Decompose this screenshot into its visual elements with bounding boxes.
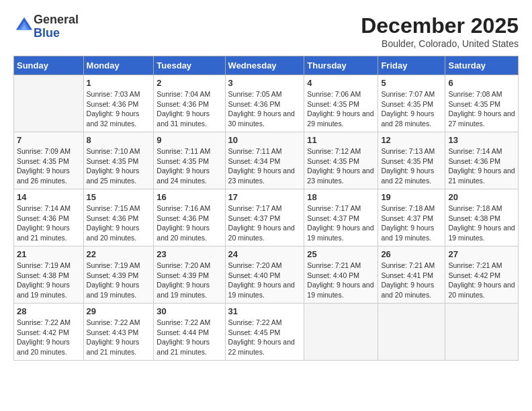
day-info: Sunrise: 7:16 AMSunset: 4:36 PMDaylight:… xyxy=(157,203,222,243)
title-area: December 2025 Boulder, Colorado, United … xyxy=(361,13,519,49)
calendar-day-cell: 7Sunrise: 7:09 AMSunset: 4:35 PMDaylight… xyxy=(14,132,84,189)
calendar-day-cell: 14Sunrise: 7:14 AMSunset: 4:36 PMDayligh… xyxy=(14,189,84,246)
day-number: 30 xyxy=(157,306,222,316)
month-title: December 2025 xyxy=(361,13,519,38)
day-info: Sunrise: 7:14 AMSunset: 4:36 PMDaylight:… xyxy=(448,146,515,186)
location-title: Boulder, Colorado, United States xyxy=(361,38,519,49)
calendar-week-row: 28Sunrise: 7:22 AMSunset: 4:42 PMDayligh… xyxy=(14,304,519,361)
day-info: Sunrise: 7:19 AMSunset: 4:39 PMDaylight:… xyxy=(87,261,151,300)
day-number: 5 xyxy=(381,78,442,88)
day-number: 31 xyxy=(228,306,302,316)
day-number: 13 xyxy=(448,135,515,145)
day-number: 21 xyxy=(17,249,81,259)
day-number: 22 xyxy=(87,249,151,259)
calendar-day-cell: 15Sunrise: 7:15 AMSunset: 4:36 PMDayligh… xyxy=(83,189,154,246)
weekday-header-row: SundayMondayTuesdayWednesdayThursdayFrid… xyxy=(14,56,519,75)
calendar-day-cell: 9Sunrise: 7:11 AMSunset: 4:35 PMDaylight… xyxy=(154,132,225,189)
calendar-day-cell: 29Sunrise: 7:22 AMSunset: 4:43 PMDayligh… xyxy=(83,304,154,361)
day-number: 10 xyxy=(228,135,302,145)
weekday-header-cell: Wednesday xyxy=(225,56,304,75)
calendar-day-cell xyxy=(378,304,445,361)
weekday-header-cell: Tuesday xyxy=(154,56,225,75)
day-info: Sunrise: 7:05 AMSunset: 4:36 PMDaylight:… xyxy=(228,89,302,129)
calendar-day-cell: 23Sunrise: 7:20 AMSunset: 4:39 PMDayligh… xyxy=(154,246,225,304)
calendar-day-cell: 8Sunrise: 7:10 AMSunset: 4:35 PMDaylight… xyxy=(83,132,154,189)
calendar-day-cell xyxy=(304,304,378,361)
day-info: Sunrise: 7:22 AMSunset: 4:42 PMDaylight:… xyxy=(17,318,81,357)
calendar-day-cell: 30Sunrise: 7:22 AMSunset: 4:44 PMDayligh… xyxy=(154,304,225,361)
day-info: Sunrise: 7:04 AMSunset: 4:36 PMDaylight:… xyxy=(157,89,222,129)
day-info: Sunrise: 7:13 AMSunset: 4:35 PMDaylight:… xyxy=(381,146,442,186)
calendar-day-cell: 26Sunrise: 7:21 AMSunset: 4:41 PMDayligh… xyxy=(378,246,445,304)
day-number: 15 xyxy=(87,192,151,202)
calendar-day-cell: 11Sunrise: 7:12 AMSunset: 4:35 PMDayligh… xyxy=(304,132,378,189)
day-info: Sunrise: 7:07 AMSunset: 4:35 PMDaylight:… xyxy=(381,89,442,129)
weekday-header-cell: Sunday xyxy=(14,56,84,75)
header: General Blue December 2025 Boulder, Colo… xyxy=(13,13,519,49)
calendar-day-cell: 10Sunrise: 7:11 AMSunset: 4:34 PMDayligh… xyxy=(225,132,304,189)
calendar-body: 1Sunrise: 7:03 AMSunset: 4:36 PMDaylight… xyxy=(14,75,519,361)
day-number: 11 xyxy=(307,135,375,145)
day-number: 18 xyxy=(307,192,375,202)
day-info: Sunrise: 7:18 AMSunset: 4:37 PMDaylight:… xyxy=(381,203,442,243)
day-info: Sunrise: 7:21 AMSunset: 4:40 PMDaylight:… xyxy=(307,261,375,300)
day-info: Sunrise: 7:03 AMSunset: 4:36 PMDaylight:… xyxy=(87,89,151,129)
day-number: 19 xyxy=(381,192,442,202)
day-info: Sunrise: 7:18 AMSunset: 4:38 PMDaylight:… xyxy=(448,203,515,243)
calendar-table: SundayMondayTuesdayWednesdayThursdayFrid… xyxy=(13,56,519,361)
day-number: 28 xyxy=(17,306,81,316)
day-info: Sunrise: 7:22 AMSunset: 4:43 PMDaylight:… xyxy=(87,318,151,357)
calendar-day-cell: 13Sunrise: 7:14 AMSunset: 4:36 PMDayligh… xyxy=(445,132,519,189)
calendar-day-cell: 22Sunrise: 7:19 AMSunset: 4:39 PMDayligh… xyxy=(83,246,154,304)
day-info: Sunrise: 7:14 AMSunset: 4:36 PMDaylight:… xyxy=(17,203,81,243)
logo: General Blue xyxy=(13,13,79,40)
calendar-day-cell: 5Sunrise: 7:07 AMSunset: 4:35 PMDaylight… xyxy=(378,75,445,132)
calendar-day-cell: 24Sunrise: 7:20 AMSunset: 4:40 PMDayligh… xyxy=(225,246,304,304)
calendar-day-cell: 12Sunrise: 7:13 AMSunset: 4:35 PMDayligh… xyxy=(378,132,445,189)
calendar-day-cell: 20Sunrise: 7:18 AMSunset: 4:38 PMDayligh… xyxy=(445,189,519,246)
calendar-day-cell: 4Sunrise: 7:06 AMSunset: 4:35 PMDaylight… xyxy=(304,75,378,132)
calendar-week-row: 7Sunrise: 7:09 AMSunset: 4:35 PMDaylight… xyxy=(14,132,519,189)
day-number: 25 xyxy=(307,249,375,259)
day-number: 26 xyxy=(381,249,442,259)
calendar-day-cell: 21Sunrise: 7:19 AMSunset: 4:38 PMDayligh… xyxy=(14,246,84,304)
weekday-header-cell: Monday xyxy=(83,56,154,75)
logo-icon xyxy=(15,16,34,35)
calendar-day-cell: 19Sunrise: 7:18 AMSunset: 4:37 PMDayligh… xyxy=(378,189,445,246)
calendar-day-cell: 27Sunrise: 7:21 AMSunset: 4:42 PMDayligh… xyxy=(445,246,519,304)
day-info: Sunrise: 7:11 AMSunset: 4:35 PMDaylight:… xyxy=(157,146,222,186)
day-info: Sunrise: 7:21 AMSunset: 4:42 PMDaylight:… xyxy=(448,261,515,300)
day-number: 23 xyxy=(157,249,222,259)
day-info: Sunrise: 7:09 AMSunset: 4:35 PMDaylight:… xyxy=(17,146,81,186)
day-info: Sunrise: 7:17 AMSunset: 4:37 PMDaylight:… xyxy=(228,203,302,243)
weekday-header-cell: Thursday xyxy=(304,56,378,75)
calendar-day-cell: 17Sunrise: 7:17 AMSunset: 4:37 PMDayligh… xyxy=(225,189,304,246)
calendar-week-row: 1Sunrise: 7:03 AMSunset: 4:36 PMDaylight… xyxy=(14,75,519,132)
calendar-week-row: 21Sunrise: 7:19 AMSunset: 4:38 PMDayligh… xyxy=(14,246,519,304)
day-info: Sunrise: 7:22 AMSunset: 4:45 PMDaylight:… xyxy=(228,318,302,357)
day-number: 4 xyxy=(307,78,375,88)
day-info: Sunrise: 7:22 AMSunset: 4:44 PMDaylight:… xyxy=(157,318,222,357)
day-info: Sunrise: 7:20 AMSunset: 4:39 PMDaylight:… xyxy=(157,261,222,300)
day-number: 9 xyxy=(157,135,222,145)
day-info: Sunrise: 7:11 AMSunset: 4:34 PMDaylight:… xyxy=(228,146,302,186)
logo-text: General Blue xyxy=(34,13,79,40)
day-number: 27 xyxy=(448,249,515,259)
day-number: 20 xyxy=(448,192,515,202)
day-info: Sunrise: 7:10 AMSunset: 4:35 PMDaylight:… xyxy=(87,146,151,186)
day-number: 24 xyxy=(228,249,302,259)
day-number: 29 xyxy=(87,306,151,316)
day-number: 16 xyxy=(157,192,222,202)
calendar-day-cell xyxy=(14,75,84,132)
day-number: 8 xyxy=(87,135,151,145)
day-info: Sunrise: 7:17 AMSunset: 4:37 PMDaylight:… xyxy=(307,203,375,243)
day-info: Sunrise: 7:12 AMSunset: 4:35 PMDaylight:… xyxy=(307,146,375,186)
calendar-day-cell: 25Sunrise: 7:21 AMSunset: 4:40 PMDayligh… xyxy=(304,246,378,304)
day-number: 3 xyxy=(228,78,302,88)
calendar-day-cell: 1Sunrise: 7:03 AMSunset: 4:36 PMDaylight… xyxy=(83,75,154,132)
day-number: 12 xyxy=(381,135,442,145)
calendar-day-cell: 31Sunrise: 7:22 AMSunset: 4:45 PMDayligh… xyxy=(225,304,304,361)
day-info: Sunrise: 7:06 AMSunset: 4:35 PMDaylight:… xyxy=(307,89,375,129)
day-info: Sunrise: 7:08 AMSunset: 4:35 PMDaylight:… xyxy=(448,89,515,129)
day-number: 1 xyxy=(87,78,151,88)
